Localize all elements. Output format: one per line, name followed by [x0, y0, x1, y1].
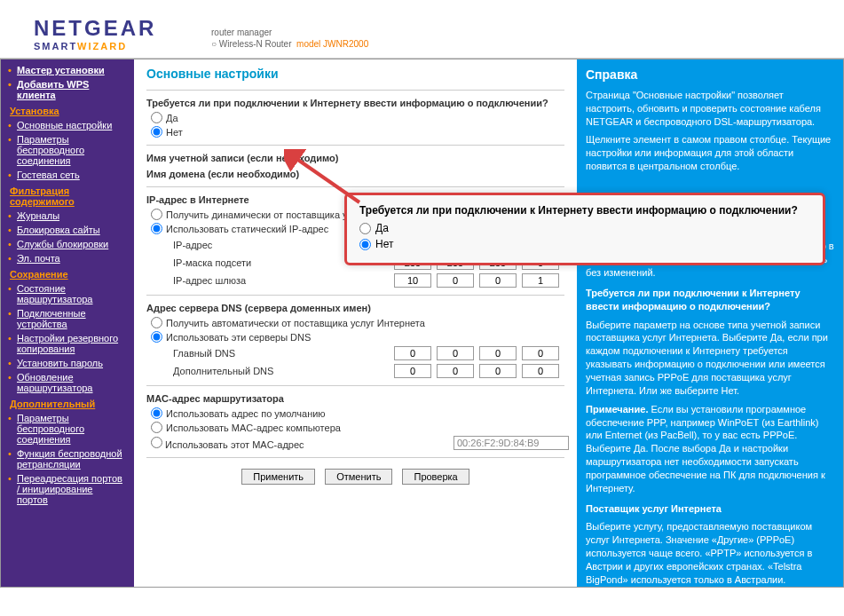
sidebar-item-adv-wireless[interactable]: Параметры беспроводного соединения: [1, 411, 134, 446]
gw-1[interactable]: [394, 273, 431, 288]
sidebar-item-repeater[interactable]: Функция беспроводной ретрансляции: [1, 446, 134, 471]
help-p2: Щелкните элемент в самом правом столбце.…: [586, 133, 834, 173]
apply-button[interactable]: Применить: [241, 469, 315, 485]
login-question: Требуется ли при подключении к Интернету…: [146, 98, 564, 108]
gw-4[interactable]: [522, 273, 559, 288]
mac-input[interactable]: [454, 436, 569, 450]
mac-pc-label: Использовать MAC-адрес компьютера: [166, 423, 341, 433]
help-panel: Справка Страница "Основные настройки" по…: [577, 59, 843, 587]
ip-addr-label: IP-адрес: [173, 240, 297, 250]
sidebar-item-status[interactable]: Состояние маршрутизатора: [1, 281, 134, 306]
dns2-1[interactable]: [394, 364, 431, 378]
login-yes-radio[interactable]: [151, 112, 162, 123]
sidebar-item-portfwd[interactable]: Переадресация портов / инициирование пор…: [1, 471, 134, 507]
mac-section-label: MAC-адрес маршрутизатора: [146, 393, 564, 404]
test-button[interactable]: Проверка: [402, 469, 469, 485]
sidebar-item-wizard[interactable]: Мастер установки: [1, 63, 134, 77]
sidebar-item-guest[interactable]: Гостевая сеть: [1, 168, 134, 182]
sidebar-item-password[interactable]: Установить пароль: [1, 356, 134, 370]
sidebar-item-devices[interactable]: Подключенные устройства: [1, 306, 134, 331]
main-panel: Основные настройки Требуется ли при подк…: [134, 59, 577, 587]
help-p1: Страница "Основные настройки" позволяет …: [586, 89, 834, 129]
dns2-2[interactable]: [437, 364, 474, 378]
mac-default-radio[interactable]: [151, 407, 162, 419]
mac-default-label: Использовать адрес по умолчанию: [166, 408, 326, 419]
model-label: model JWNR2000: [296, 39, 368, 49]
login-no-radio[interactable]: [151, 126, 162, 138]
account-label: Имя учетной записи (если необходимо): [146, 153, 564, 163]
sidebar-group-filter: Фильтрация содержимого: [1, 182, 134, 209]
mac-pc-radio[interactable]: [151, 422, 162, 433]
sidebar-item-wireless[interactable]: Параметры беспроводного соединения: [1, 132, 134, 168]
sidebar-item-upgrade[interactable]: Обновление маршрутизатора: [1, 370, 134, 395]
callout-overlay: Требуется ли при подключении к Интернету…: [344, 193, 825, 265]
sidebar-item-blocksvc[interactable]: Службы блокировки: [1, 237, 134, 251]
overlay-no-label: Нет: [375, 238, 393, 250]
login-no-label: Нет: [166, 127, 183, 138]
gw-3[interactable]: [479, 273, 517, 288]
sidebar-item-email[interactable]: Эл. почта: [1, 251, 134, 265]
dns1-2[interactable]: [437, 346, 474, 360]
sidebar-item-wps[interactable]: Добавить WPS клиента: [1, 77, 134, 102]
dns2-3[interactable]: [479, 364, 517, 378]
header-subline: router manager ○ Wireless-N Router model…: [211, 27, 844, 50]
overlay-yes-label: Да: [375, 222, 389, 234]
login-yes-label: Да: [166, 113, 178, 123]
help-q: Требуется ли при подключении к Интернету…: [586, 287, 834, 313]
dns2-4[interactable]: [522, 364, 559, 378]
cancel-button[interactable]: Отменить: [325, 469, 392, 485]
sidebar-item-logs[interactable]: Журналы: [1, 209, 134, 223]
sidebar-item-basic[interactable]: Основные настройки: [1, 118, 134, 132]
dns-use-label: Использовать эти серверы DNS: [166, 332, 311, 343]
dns-section-label: Адрес сервера DNS (сервера доменных имен…: [146, 303, 564, 313]
domain-label: Имя домена (если необходимо): [146, 169, 564, 179]
sidebar: Мастер установки Добавить WPS клиента Ус…: [1, 59, 134, 587]
mac-this-label: Использовать этот MAC-адрес: [165, 439, 304, 450]
mask-label: IP-маска подсети: [173, 257, 297, 268]
dns1-4[interactable]: [522, 346, 559, 360]
sidebar-group-setup: Установка: [1, 102, 134, 118]
brand-name: NETGEAR: [34, 16, 156, 40]
help-p3: Выберите параметр на основе типа учетной…: [586, 319, 834, 398]
overlay-no-radio[interactable]: [359, 239, 371, 250]
dns1-1[interactable]: [394, 346, 431, 360]
help-isp-hdr: Поставщик услуг Интернета: [586, 502, 834, 516]
sidebar-group-adv: Дополнительный: [1, 395, 134, 411]
overlay-question: Требуется ли при подключении к Интернету…: [359, 204, 810, 217]
header: NETGEAR SMARTWIZARD router manager ○ Wir…: [0, 0, 844, 53]
page-title: Основные настройки: [146, 67, 564, 81]
dns-auto-radio[interactable]: [151, 317, 162, 328]
sidebar-item-blocksites[interactable]: Блокировка сайты: [1, 223, 134, 237]
dns-use-radio[interactable]: [151, 331, 162, 343]
sidebar-group-maint: Сохранение: [1, 265, 134, 281]
ip-static-label: Использовать статический IP-адрес: [166, 224, 328, 234]
overlay-yes-radio[interactable]: [359, 223, 371, 234]
sidebar-item-backup[interactable]: Настройки резервного копирования: [1, 331, 134, 356]
gw-label: IP-адрес шлюза: [173, 275, 297, 286]
ip-static-radio[interactable]: [151, 223, 162, 234]
dns1-3[interactable]: [479, 346, 517, 360]
help-title: Справка: [586, 67, 834, 83]
mac-this-radio[interactable]: [151, 437, 162, 448]
dns-auto-label: Получить автоматически от поставщика усл…: [166, 318, 425, 328]
dns1-label: Главный DNS: [173, 348, 297, 359]
brand-tagline: SMARTWIZARD: [34, 41, 127, 51]
dns2-label: Дополнительный DNS: [173, 366, 297, 376]
gw-2[interactable]: [437, 273, 474, 288]
help-note2: Примечание. Если вы установили программн…: [586, 403, 834, 495]
ip-dynamic-radio[interactable]: [151, 209, 162, 220]
help-p4: Выберите услугу, предоставляемую поставщ…: [586, 520, 834, 586]
